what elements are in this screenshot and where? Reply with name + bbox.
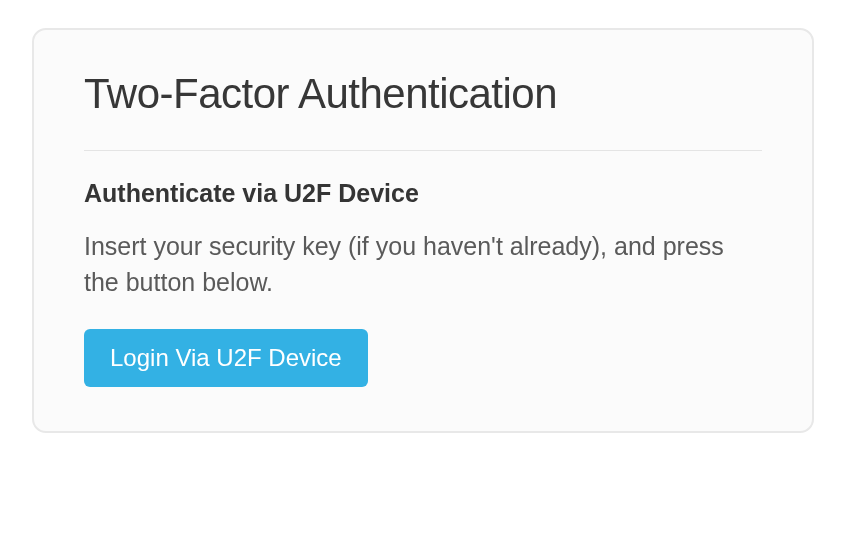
page-title: Two-Factor Authentication: [84, 70, 762, 118]
login-u2f-button[interactable]: Login Via U2F Device: [84, 329, 368, 387]
auth-instruction: Insert your security key (if you haven't…: [84, 228, 762, 301]
divider: [84, 150, 762, 151]
auth-subtitle: Authenticate via U2F Device: [84, 179, 762, 208]
auth-card: Two-Factor Authentication Authenticate v…: [32, 28, 814, 433]
